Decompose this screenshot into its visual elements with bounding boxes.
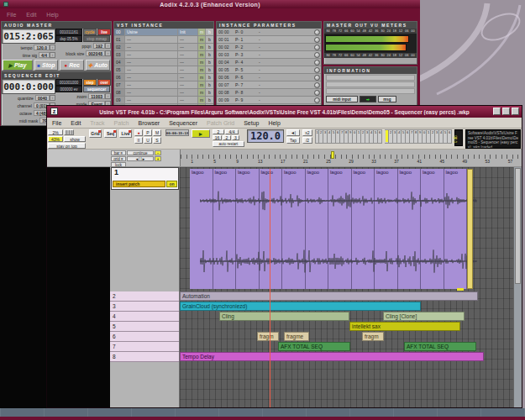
aodix-menu-file[interactable]: File [7,12,16,18]
parameter-row[interactable]: 00 04 P- 4 - [217,59,321,66]
rewind-button[interactable]: ◄| [286,129,300,136]
usine-title-bar[interactable]: z Usine VST Free 4.01b - C:\Program File… [47,106,522,118]
m-button[interactable]: M [153,129,161,136]
parameter-knob[interactable] [314,90,320,96]
usine-menu-item[interactable]: Sequencer [169,120,197,126]
audio-clip[interactable]: lagoo [282,169,306,289]
auto-button[interactable]: ✚Auto [86,60,110,71]
mute-toggle[interactable]: m [198,81,206,88]
close-button[interactable] [512,108,519,115]
sequencer-clip[interactable]: fragm [257,332,279,341]
mute-toggle[interactable]: m [198,36,206,43]
aodix-menu-edit[interactable]: Edit [26,12,36,18]
track-row[interactable]: 6 [110,332,179,342]
audio-clip[interactable]: lagoo [213,169,237,289]
track-row[interactable]: 7 [110,342,179,352]
audio-clip[interactable]: lagoo [260,169,283,289]
vst-instance-row[interactable]: 09 --- --- m b [114,97,213,104]
grid-view-button[interactable]: Grid [89,129,102,138]
vertical-scrollbar[interactable] [513,167,522,408]
show-button[interactable]: show [64,136,86,142]
playhead-cursor[interactable] [270,169,270,408]
double-tempo-button[interactable]: x2 [302,129,312,136]
audio-clip[interactable]: lagoo [375,169,398,289]
play-button[interactable]: ▶Play [3,60,33,71]
ppqn-spinner[interactable]: ↕ [105,43,111,49]
parameter-row[interactable]: 00 09 P- 9 - [217,97,321,104]
cpu-load-button[interactable]: 2% [48,129,63,135]
beats-value[interactable]: 2 [213,129,224,134]
bypass-toggle[interactable]: b [206,81,213,88]
bypass-toggle[interactable]: b [206,36,213,43]
stay-on-top-button[interactable]: stay on top [48,143,86,149]
half-tempo-button[interactable]: /2 [302,137,312,144]
vst-instance-row[interactable]: 01 --- --- m b [114,36,213,44]
audio-clip[interactable]: lagoo [352,169,375,289]
usine-menu-item[interactable]: File [52,120,61,126]
audio-clip[interactable]: lagoo [421,169,444,289]
usine-menu-item[interactable]: Setup [244,120,259,126]
ppqn-value[interactable]: 192 [93,43,105,49]
mute-toggle[interactable]: m [198,51,206,58]
parameter-knob[interactable] [314,67,320,73]
pattern-cell[interactable]: 6 [378,129,382,144]
tempo-spinner[interactable]: ↕ [50,45,55,50]
mute-toggle[interactable]: m [198,66,206,73]
bar-mode-button[interactable]: bar ≡ [111,150,126,155]
mute-toggle[interactable]: m [198,44,206,50]
zoom-value[interactable]: 11003 [88,93,105,99]
sequencer-clip[interactable]: Cling [219,312,349,321]
sequencer-clip[interactable]: fragm [362,332,384,341]
sequencer-clip[interactable]: Cling [Clone] [383,312,465,321]
continue-mode-button[interactable]: continue [127,150,154,155]
u-button[interactable]: U [144,137,152,144]
cycle-button[interactable]: cycle [83,29,97,35]
track-1-header[interactable]: 1 insert patch on [111,167,179,190]
master-db-button[interactable]: 0 db [454,129,463,146]
audio-clip[interactable]: lagoo [328,169,352,289]
timeline-grid[interactable]: lagoolagoolagoolagoolagoolagoolagoolagoo… [180,167,513,408]
parameter-knob[interactable] [314,97,320,103]
usine-menu-item[interactable]: Patch Grid [207,120,234,126]
mute-toggle[interactable]: m [198,89,206,96]
blocksize-spinner[interactable]: ↕ [105,50,111,56]
parameter-knob[interactable] [314,82,320,88]
sequencer-clip[interactable]: AFX TOTAL SEQ [278,342,350,351]
mute-toggle[interactable]: m [198,97,206,103]
parameter-row[interactable]: 00 02 P- 2 - [217,44,321,51]
vst-instance-row[interactable]: 06 --- --- m b [114,74,213,81]
sequencer-clip[interactable]: AFX TOTAL SEQ [404,342,476,351]
live-view-button[interactable]: Live [119,129,132,138]
audio-clip-strip[interactable]: lagoolagoolagoolagoolagoolagoolagoolagoo… [190,169,467,289]
sequencer-clip[interactable]: Tempo Delay [180,352,484,361]
parameter-knob[interactable] [314,29,320,35]
vst-instance-row[interactable]: 08 --- --- m b [114,89,213,97]
p-button[interactable]: P [144,129,152,136]
vst-instance-row[interactable]: 03 --- --- m b [114,51,213,59]
bypass-toggle[interactable]: b [206,29,213,35]
parameter-row[interactable]: 00 06 P- 6 - [217,74,321,81]
usine-menu-item[interactable]: Browser [139,120,160,126]
zoom-out-button[interactable]: – [155,150,161,155]
track-row[interactable]: 3 [110,302,179,312]
stop-button[interactable]: ■Stop [34,60,59,71]
audio-clip[interactable]: lagoo [444,169,468,289]
rec-button[interactable]: ●Rec [60,60,84,71]
audio-clip[interactable]: lagoo [306,169,329,289]
over-button[interactable]: over [97,79,111,86]
bypass-toggle[interactable]: b [206,66,213,73]
audio-clip[interactable]: lagoo [190,169,213,289]
quantize-value[interactable]: 0040 [35,95,50,101]
mute-toggle[interactable]: m [198,29,206,35]
aodix-title-bar[interactable]: Aodix 4.2.0.3 (Enhanced Version) [0,0,420,8]
sequencer-clip[interactable]: intellekt sax [349,322,460,331]
stop-mmap-button[interactable]: stop mmap [83,35,110,42]
sequencer-clip[interactable]: GrainCloud (synchroniezd) [180,302,421,311]
insert-patch-button[interactable]: insert patch [113,181,165,187]
tempo-value[interactable]: 120.0 [34,45,50,50]
vst-instance-row[interactable]: 02 --- --- m b [114,44,213,51]
audio-clip[interactable]: lagoo [398,169,422,289]
sub2-value[interactable]: 2 [223,135,231,140]
zoom-in-button[interactable]: + [155,156,161,161]
nudge-buttons[interactable]: ◄| |► [127,156,154,161]
